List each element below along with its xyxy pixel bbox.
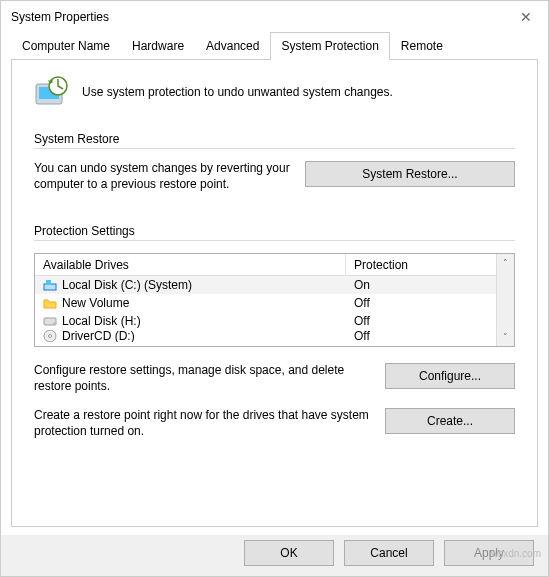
divider	[34, 148, 515, 149]
col-header-drives[interactable]: Available Drives	[35, 254, 346, 276]
hdd-win-icon	[43, 278, 57, 292]
tab-advanced[interactable]: Advanced	[195, 32, 270, 60]
apply-button[interactable]: Apply	[444, 540, 534, 566]
drive-name-label: Local Disk (C:) (System)	[62, 278, 192, 292]
restore-row: You can undo system changes by reverting…	[34, 161, 515, 192]
restore-shield-icon	[34, 74, 70, 110]
close-icon[interactable]: ✕	[514, 7, 538, 27]
drive-row[interactable]: Local Disk (C:) (System) On	[35, 276, 496, 294]
ok-button[interactable]: OK	[244, 540, 334, 566]
restore-description: You can undo system changes by reverting…	[34, 161, 291, 192]
tab-remote[interactable]: Remote	[390, 32, 454, 60]
scroll-track[interactable]	[497, 272, 514, 328]
svg-point-7	[53, 322, 55, 324]
create-description: Create a restore point right now for the…	[34, 408, 371, 439]
tab-system-protection[interactable]: System Protection	[270, 32, 389, 60]
configure-row: Configure restore settings, manage disk …	[34, 363, 515, 394]
drive-protection-label: On	[346, 278, 496, 292]
drives-header: Available Drives Protection	[35, 254, 496, 276]
drive-name-label: DriverCD (D:)	[62, 330, 135, 342]
drives-list-box: Available Drives Protection Local Disk (…	[34, 253, 515, 347]
intro-row: Use system protection to undo unwanted s…	[34, 74, 515, 110]
intro-text: Use system protection to undo unwanted s…	[82, 85, 393, 99]
folder-icon	[43, 296, 57, 310]
tab-computer-name[interactable]: Computer Name	[11, 32, 121, 60]
create-row: Create a restore point right now for the…	[34, 408, 515, 439]
drive-row[interactable]: New Volume Off	[35, 294, 496, 312]
drive-name-label: Local Disk (H:)	[62, 314, 141, 328]
drive-protection-label: Off	[346, 314, 496, 328]
create-button[interactable]: Create...	[385, 408, 515, 434]
drive-protection-label: Off	[346, 330, 496, 342]
dialog-button-row: OK Cancel Apply	[1, 535, 548, 576]
drive-name-label: New Volume	[62, 296, 129, 310]
hdd-icon	[43, 314, 57, 328]
scrollbar[interactable]: ˄ ˅	[496, 254, 514, 346]
titlebar: System Properties ✕	[1, 1, 548, 31]
drives-list[interactable]: Available Drives Protection Local Disk (…	[35, 254, 496, 346]
scroll-up-icon[interactable]: ˄	[497, 254, 514, 272]
system-properties-window: System Properties ✕ Computer Name Hardwa…	[0, 0, 549, 577]
drive-protection-label: Off	[346, 296, 496, 310]
drive-row[interactable]: Local Disk (H:) Off	[35, 312, 496, 330]
window-title: System Properties	[11, 10, 109, 24]
system-restore-button[interactable]: System Restore...	[305, 161, 515, 187]
drive-row[interactable]: DriverCD (D:) Off	[35, 330, 496, 342]
divider	[34, 240, 515, 241]
col-header-protection[interactable]: Protection	[346, 254, 496, 276]
configure-button[interactable]: Configure...	[385, 363, 515, 389]
section-protection-title: Protection Settings	[34, 224, 515, 238]
svg-rect-5	[46, 280, 51, 285]
svg-point-9	[49, 335, 52, 338]
tab-bar: Computer Name Hardware Advanced System P…	[11, 31, 538, 60]
cancel-button[interactable]: Cancel	[344, 540, 434, 566]
disc-icon	[43, 330, 57, 342]
configure-description: Configure restore settings, manage disk …	[34, 363, 371, 394]
tab-hardware[interactable]: Hardware	[121, 32, 195, 60]
tab-content: Use system protection to undo unwanted s…	[11, 60, 538, 527]
scroll-down-icon[interactable]: ˅	[497, 328, 514, 346]
svg-rect-6	[44, 318, 56, 325]
section-restore-title: System Restore	[34, 132, 515, 146]
